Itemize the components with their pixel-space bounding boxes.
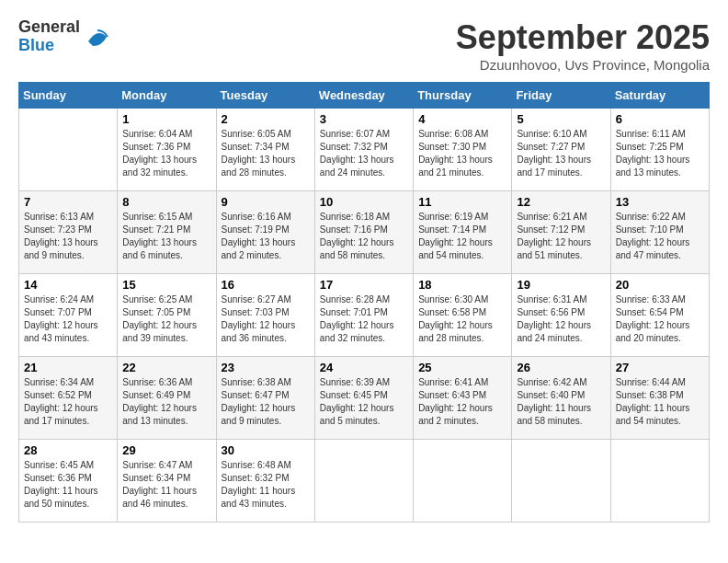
calendar-cell: 23Sunrise: 6:38 AM Sunset: 6:47 PM Dayli… <box>216 357 314 440</box>
day-info: Sunrise: 6:19 AM Sunset: 7:14 PM Dayligh… <box>418 211 506 262</box>
location-text: Dzuunhovoo, Uvs Province, Mongolia <box>456 57 710 73</box>
day-number: 23 <box>222 361 310 374</box>
day-info: Sunrise: 6:38 AM Sunset: 6:47 PM Dayligh… <box>222 376 310 428</box>
day-number: 13 <box>616 195 704 209</box>
day-number: 11 <box>418 195 506 209</box>
day-info: Sunrise: 6:30 AM Sunset: 6:58 PM Dayligh… <box>418 293 506 345</box>
calendar-cell: 18Sunrise: 6:30 AM Sunset: 6:58 PM Dayli… <box>414 274 512 357</box>
day-info: Sunrise: 6:10 AM Sunset: 7:27 PM Dayligh… <box>517 128 605 179</box>
weekday-header-sunday: Sunday <box>19 83 118 109</box>
calendar-cell: 6Sunrise: 6:11 AM Sunset: 7:25 PM Daylig… <box>610 109 709 191</box>
day-number: 27 <box>616 361 704 374</box>
day-number: 14 <box>24 278 112 292</box>
day-info: Sunrise: 6:08 AM Sunset: 7:30 PM Dayligh… <box>418 128 506 179</box>
calendar-week-row: 7Sunrise: 6:13 AM Sunset: 7:23 PM Daylig… <box>19 191 710 274</box>
day-number: 12 <box>517 195 605 209</box>
day-info: Sunrise: 6:39 AM Sunset: 6:45 PM Dayligh… <box>320 376 408 428</box>
calendar-cell: 19Sunrise: 6:31 AM Sunset: 6:56 PM Dayli… <box>512 274 610 357</box>
day-info: Sunrise: 6:04 AM Sunset: 7:36 PM Dayligh… <box>122 128 210 179</box>
calendar-cell: 26Sunrise: 6:42 AM Sunset: 6:40 PM Dayli… <box>512 357 610 440</box>
day-number: 22 <box>122 361 210 374</box>
day-info: Sunrise: 6:18 AM Sunset: 7:16 PM Dayligh… <box>320 211 408 262</box>
calendar-cell: 24Sunrise: 6:39 AM Sunset: 6:45 PM Dayli… <box>314 357 413 440</box>
day-info: Sunrise: 6:45 AM Sunset: 6:36 PM Dayligh… <box>24 459 112 511</box>
calendar-cell: 30Sunrise: 6:48 AM Sunset: 6:32 PM Dayli… <box>216 440 314 523</box>
day-info: Sunrise: 6:48 AM Sunset: 6:32 PM Dayligh… <box>222 459 310 511</box>
day-info: Sunrise: 6:15 AM Sunset: 7:21 PM Dayligh… <box>122 211 210 262</box>
weekday-header-thursday: Thursday <box>414 83 512 109</box>
calendar-cell <box>414 440 512 523</box>
calendar-cell: 17Sunrise: 6:28 AM Sunset: 7:01 PM Dayli… <box>314 274 413 357</box>
day-number: 15 <box>122 278 210 292</box>
day-info: Sunrise: 6:44 AM Sunset: 6:38 PM Dayligh… <box>616 376 704 428</box>
weekday-header-monday: Monday <box>118 83 216 109</box>
calendar-cell: 2Sunrise: 6:05 AM Sunset: 7:34 PM Daylig… <box>216 109 314 191</box>
calendar-cell: 3Sunrise: 6:07 AM Sunset: 7:32 PM Daylig… <box>314 109 413 191</box>
day-number: 29 <box>122 443 210 457</box>
calendar-cell: 27Sunrise: 6:44 AM Sunset: 6:38 PM Dayli… <box>610 357 709 440</box>
calendar-cell: 29Sunrise: 6:47 AM Sunset: 6:34 PM Dayli… <box>118 440 216 523</box>
day-info: Sunrise: 6:11 AM Sunset: 7:25 PM Dayligh… <box>616 128 704 179</box>
day-number: 21 <box>24 361 112 374</box>
day-number: 8 <box>122 195 210 209</box>
calendar-cell: 22Sunrise: 6:36 AM Sunset: 6:49 PM Dayli… <box>118 357 216 440</box>
day-number: 20 <box>616 278 704 292</box>
day-info: Sunrise: 6:41 AM Sunset: 6:43 PM Dayligh… <box>418 376 506 428</box>
day-info: Sunrise: 6:05 AM Sunset: 7:34 PM Dayligh… <box>222 128 310 179</box>
calendar-cell <box>512 440 610 523</box>
calendar-table: SundayMondayTuesdayWednesdayThursdayFrid… <box>18 82 710 523</box>
calendar-cell: 28Sunrise: 6:45 AM Sunset: 6:36 PM Dayli… <box>19 440 118 523</box>
day-info: Sunrise: 6:42 AM Sunset: 6:40 PM Dayligh… <box>517 376 605 428</box>
weekday-header-row: SundayMondayTuesdayWednesdayThursdayFrid… <box>19 83 710 109</box>
day-info: Sunrise: 6:31 AM Sunset: 6:56 PM Dayligh… <box>517 293 605 345</box>
calendar-cell <box>19 109 118 191</box>
calendar-cell: 13Sunrise: 6:22 AM Sunset: 7:10 PM Dayli… <box>610 191 709 274</box>
logo-icon <box>84 23 111 51</box>
day-number: 26 <box>517 361 605 374</box>
logo-blue-text: Blue <box>18 37 80 55</box>
calendar-cell: 4Sunrise: 6:08 AM Sunset: 7:30 PM Daylig… <box>414 109 512 191</box>
calendar-cell: 21Sunrise: 6:34 AM Sunset: 6:52 PM Dayli… <box>19 357 118 440</box>
day-number: 3 <box>320 112 408 126</box>
calendar-cell: 10Sunrise: 6:18 AM Sunset: 7:16 PM Dayli… <box>314 191 413 274</box>
calendar-week-row: 28Sunrise: 6:45 AM Sunset: 6:36 PM Dayli… <box>19 440 710 523</box>
calendar-cell: 15Sunrise: 6:25 AM Sunset: 7:05 PM Dayli… <box>118 274 216 357</box>
calendar-cell: 5Sunrise: 6:10 AM Sunset: 7:27 PM Daylig… <box>512 109 610 191</box>
calendar-cell <box>314 440 413 523</box>
calendar-cell: 8Sunrise: 6:15 AM Sunset: 7:21 PM Daylig… <box>118 191 216 274</box>
day-info: Sunrise: 6:28 AM Sunset: 7:01 PM Dayligh… <box>320 293 408 345</box>
day-number: 5 <box>517 112 605 126</box>
day-number: 2 <box>222 112 310 126</box>
calendar-week-row: 1Sunrise: 6:04 AM Sunset: 7:36 PM Daylig… <box>19 109 710 191</box>
calendar-cell: 16Sunrise: 6:27 AM Sunset: 7:03 PM Dayli… <box>216 274 314 357</box>
calendar-week-row: 21Sunrise: 6:34 AM Sunset: 6:52 PM Dayli… <box>19 357 710 440</box>
logo-general-text: General <box>18 18 80 37</box>
day-info: Sunrise: 6:13 AM Sunset: 7:23 PM Dayligh… <box>24 211 112 262</box>
calendar-cell: 1Sunrise: 6:04 AM Sunset: 7:36 PM Daylig… <box>118 109 216 191</box>
day-number: 18 <box>418 278 506 292</box>
day-number: 16 <box>222 278 310 292</box>
day-info: Sunrise: 6:07 AM Sunset: 7:32 PM Dayligh… <box>320 128 408 179</box>
day-info: Sunrise: 6:47 AM Sunset: 6:34 PM Dayligh… <box>122 459 210 511</box>
calendar-cell <box>610 440 709 523</box>
day-number: 24 <box>320 361 408 374</box>
calendar-cell: 7Sunrise: 6:13 AM Sunset: 7:23 PM Daylig… <box>19 191 118 274</box>
day-info: Sunrise: 6:25 AM Sunset: 7:05 PM Dayligh… <box>122 293 210 345</box>
calendar-cell: 20Sunrise: 6:33 AM Sunset: 6:54 PM Dayli… <box>610 274 709 357</box>
calendar-cell: 14Sunrise: 6:24 AM Sunset: 7:07 PM Dayli… <box>19 274 118 357</box>
day-number: 28 <box>24 443 112 457</box>
day-number: 7 <box>24 195 112 209</box>
calendar-cell: 11Sunrise: 6:19 AM Sunset: 7:14 PM Dayli… <box>414 191 512 274</box>
calendar-week-row: 14Sunrise: 6:24 AM Sunset: 7:07 PM Dayli… <box>19 274 710 357</box>
day-info: Sunrise: 6:36 AM Sunset: 6:49 PM Dayligh… <box>122 376 210 428</box>
page-header: General Blue September 2025 Dzuunhovoo, … <box>18 18 710 73</box>
day-number: 30 <box>222 443 310 457</box>
day-number: 4 <box>418 112 506 126</box>
month-title: September 2025 <box>456 18 710 57</box>
day-number: 17 <box>320 278 408 292</box>
day-info: Sunrise: 6:21 AM Sunset: 7:12 PM Dayligh… <box>517 211 605 262</box>
day-info: Sunrise: 6:16 AM Sunset: 7:19 PM Dayligh… <box>222 211 310 262</box>
day-number: 25 <box>418 361 506 374</box>
day-number: 19 <box>517 278 605 292</box>
calendar-cell: 9Sunrise: 6:16 AM Sunset: 7:19 PM Daylig… <box>216 191 314 274</box>
